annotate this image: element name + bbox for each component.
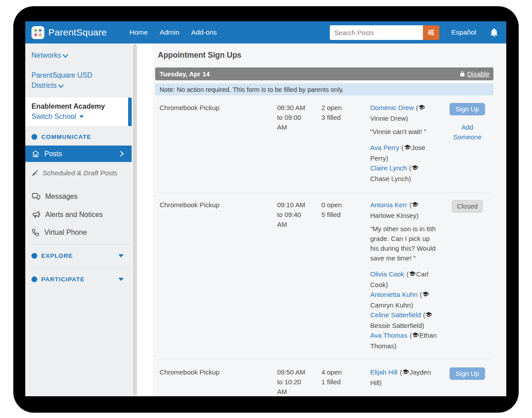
parent-link[interactable]: Ava Thomas [370, 331, 407, 339]
body-row: Networks ParentSquare USD Districts Enab… [25, 43, 506, 396]
signup-name-line: Claire Lynch(Chase Lynch) [370, 163, 438, 184]
filled-count: 1 filled [321, 377, 361, 387]
add-someone-link[interactable]: Add Someone [450, 122, 485, 142]
student-name: Harlowe Kinsey [370, 212, 416, 219]
sidebar-item-label: Posts [44, 150, 62, 158]
sidebar: Networks ParentSquare USD Districts Enab… [25, 43, 132, 396]
section-participate[interactable]: PARTICIPATE [25, 268, 132, 288]
switch-school-dropdown[interactable]: Switch School [31, 113, 122, 121]
caret-down-icon [79, 115, 84, 118]
nav-links: Home Admin Add-ons [117, 28, 217, 36]
open-count: 2 open [321, 103, 361, 113]
lock-icon [459, 71, 466, 77]
graduation-cap-icon [402, 369, 409, 377]
signup-entry: Celine Satterfield(Bessie Satterfield) [370, 310, 438, 331]
disable-link[interactable]: Disable [467, 70, 489, 78]
search-group [330, 25, 439, 40]
graduation-cap-icon [422, 292, 429, 299]
caret-down-icon [118, 254, 124, 257]
signup-name-line: Ava Thomas(Ethan Thomas) [370, 331, 438, 351]
signup-name-line: Elijah Hill(Jayden Hill) [370, 367, 438, 388]
appointment-row: Chromebook Pickup 09:50 AM to 10:20 AM 4… [155, 359, 493, 396]
signup-name-line: Ava Perry(Jose Perry) [370, 143, 438, 163]
nav-home[interactable]: Home [129, 28, 148, 36]
sidebar-item-virtual-phone[interactable]: Virtual Phone [25, 224, 132, 241]
parent-link[interactable]: Olivia Cook [370, 270, 404, 278]
signup-entry: Olivia Cook(Carl Cook) [370, 269, 438, 290]
parent-link[interactable]: Claire Lynch [370, 164, 407, 172]
signup-name-line: Antonietta Kuhn(Camryn Kuhn) [370, 290, 438, 310]
sidebar-item-scheduled-drafts[interactable]: Scheduled & Draft Posts [25, 162, 132, 183]
student-name: Camryn Kuhn [370, 301, 411, 309]
signup-comment: "My other son is in 6th grade. Can I pic… [370, 224, 438, 263]
graduation-cap-icon [425, 312, 432, 319]
sidebar-item-label: Alerts and Notices [45, 211, 103, 219]
parent-link[interactable]: Antonietta Kuhn [370, 291, 418, 298]
filled-count: 3 filled [321, 113, 361, 122]
main-area: Appointment Sign Ups Tuesday, Apr 14 Dis… [138, 43, 506, 396]
slot-counts: 0 open 5 filled [321, 200, 361, 351]
student-name: Chase Lynch [370, 175, 409, 182]
section-explore[interactable]: EXPLORE [25, 245, 132, 264]
sign-up-button[interactable]: Sign Up [450, 103, 485, 115]
date-label: Tuesday, Apr 14 [160, 70, 210, 78]
graduation-cap-icon [409, 271, 416, 279]
sidebar-item-label: Virtual Phone [44, 229, 87, 237]
notifications-bell-icon[interactable] [489, 28, 499, 38]
parent-link[interactable]: Domenic Drew [370, 104, 414, 111]
pencil-icon [31, 169, 39, 177]
parentsquare-logo-icon[interactable] [31, 26, 44, 39]
stage: ParentSquare Home Admin Add-ons [0, 0, 532, 418]
search-filter-button[interactable] [423, 25, 439, 40]
sidebar-item-messages[interactable]: Messages [25, 187, 132, 205]
action-column: Closed [438, 200, 493, 351]
signups-list: Domenic Drew(Vinnie Drew) "Vinnie can't … [370, 103, 438, 184]
megaphone-icon [31, 210, 41, 219]
top-navbar: ParentSquare Home Admin Add-ons [25, 21, 506, 43]
parent-link[interactable]: Elijah Hill [370, 368, 398, 376]
language-toggle[interactable]: Español [451, 28, 476, 36]
scrollbar-thumb[interactable] [133, 44, 137, 396]
signup-entry: Elijah Hill(Jayden Hill) [370, 367, 438, 388]
signup-comment: "Vinnie can't wait! " [370, 127, 438, 137]
search-input[interactable] [330, 25, 423, 40]
sliders-icon [426, 28, 435, 37]
section-communicate[interactable]: COMMUNICATE [25, 126, 132, 146]
parent-link[interactable]: Ava Perry [370, 144, 399, 151]
signup-entry: Antonia Kerr(Harlowe Kinsey) "My other s… [370, 200, 438, 263]
sidebar-networks[interactable]: Networks [25, 50, 110, 61]
disable-action[interactable]: Disable [459, 70, 489, 78]
signup-entry: Domenic Drew(Vinnie Drew) "Vinnie can't … [370, 103, 438, 137]
action-column: Sign Up Add Someone [438, 103, 493, 184]
graduation-cap-icon [411, 165, 419, 173]
appointment-row: Chromebook Pickup 09:10 AM to 09:40 AM 0… [155, 192, 493, 359]
appointment-rows: Chromebook Pickup 08:30 AM to 09:00 AM 2… [155, 95, 493, 396]
sidebar-item-label: Scheduled & Draft Posts [43, 169, 117, 177]
brand-name[interactable]: ParentSquare [48, 27, 107, 38]
sidebar-item-posts[interactable]: Posts [25, 146, 132, 162]
signup-name-line: Celine Satterfield(Bessie Satterfield) [370, 310, 438, 331]
chevron-down-icon [63, 52, 68, 59]
signup-entry: Ava Thomas(Ethan Thomas) [370, 331, 438, 351]
main-panel: Appointment Sign Ups Tuesday, Apr 14 Dis… [153, 43, 506, 396]
caret-down-icon [118, 278, 124, 281]
parent-link[interactable]: Celine Satterfield [370, 311, 421, 319]
note-banner: Note: No action required. This form is t… [155, 83, 493, 95]
nav-addons[interactable]: Add-ons [191, 28, 217, 36]
student-name: Bessie Satterfield [370, 322, 422, 329]
date-header-bar: Tuesday, Apr 14 Disable [155, 67, 493, 80]
appointment-row: Chromebook Pickup 08:30 AM to 09:00 AM 2… [155, 95, 493, 192]
bullet-icon [31, 134, 37, 140]
bullet-icon [31, 276, 37, 282]
sign-up-button[interactable]: Sign Up [450, 367, 485, 380]
open-count: 4 open [321, 367, 361, 377]
sidebar-item-alerts[interactable]: Alerts and Notices [25, 205, 132, 224]
scrollbar-track[interactable] [132, 43, 138, 396]
signup-entry: Ava Perry(Jose Perry) [370, 143, 438, 163]
sidebar-district[interactable]: ParentSquare USD Districts [25, 70, 110, 91]
parent-link[interactable]: Antonia Kerr [370, 201, 407, 209]
time-slot: 09:10 AM to 09:40 AM [277, 200, 313, 351]
school-name: Enablement Academy [31, 103, 122, 110]
filled-count: 5 filled [321, 210, 361, 220]
nav-admin[interactable]: Admin [160, 28, 179, 36]
